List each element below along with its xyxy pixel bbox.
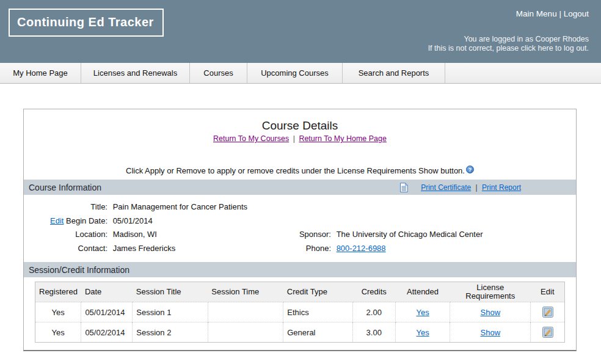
logout-link[interactable]: Logout: [564, 9, 589, 18]
instruction-text: Click Apply or Remove to apply or remove…: [126, 166, 465, 175]
contact-value: James Fredericks: [113, 244, 176, 253]
app-logo: Continuing Ed Tracker: [9, 9, 164, 37]
phone-label: Phone:: [268, 242, 331, 256]
location-label: Location:: [24, 228, 107, 242]
sponsor-label: Sponsor:: [268, 228, 331, 242]
session-time-cell: [208, 322, 283, 343]
registered-cell: Yes: [35, 322, 81, 343]
edit-session-icon[interactable]: [542, 307, 553, 318]
phone-number-link[interactable]: 800-212-6988: [337, 244, 386, 253]
logout-hint-prefix: If this is not correct, please click: [428, 44, 536, 53]
begin-date-label: Begin Date:: [66, 216, 107, 225]
credit-type-cell: General: [283, 322, 353, 343]
course-information-fields: Title: Pain Management for Cancer Patien…: [24, 195, 576, 258]
session-title-cell: Session 2: [133, 322, 208, 343]
nav-tab-courses[interactable]: Courses: [190, 63, 247, 83]
app-logo-text: Continuing Ed Tracker: [17, 15, 154, 29]
app-header: Continuing Ed Tracker Main Menu | Logout…: [0, 0, 601, 63]
session-table-wrap: Registered Date Session Title Session Ti…: [35, 282, 565, 343]
session-table-header-row: Registered Date Session Title Session Ti…: [35, 282, 565, 302]
date-cell: 05/01/2014: [81, 302, 133, 322]
main-nav: My Home Page Licenses and Renewals Cours…: [0, 63, 601, 84]
page-title: Course Details: [24, 119, 576, 133]
title-field-row: Title: Pain Management for Cancer Patien…: [24, 200, 576, 214]
logged-in-as-text: You are logged in as Cooper Rhodes: [428, 35, 589, 44]
session-time-cell: [208, 302, 283, 322]
nav-tab-upcoming-courses[interactable]: Upcoming Courses: [247, 63, 343, 83]
column-header-attended: Attended: [395, 282, 450, 302]
title-value: Pain Management for Cancer Patients: [113, 202, 247, 211]
header-top-links: Main Menu | Logout: [516, 9, 589, 18]
return-to-my-courses-link[interactable]: Return To My Courses: [213, 134, 289, 143]
attended-yes-link[interactable]: Yes: [416, 308, 429, 317]
begin-date-field-row: Edit Begin Date: 05/01/2014: [24, 214, 576, 228]
print-links: Print Certificate | Print Report: [421, 183, 521, 192]
attended-yes-link[interactable]: Yes: [416, 328, 429, 337]
login-info: You are logged in as Cooper Rhodes If th…: [428, 35, 589, 53]
edit-session-icon[interactable]: [542, 327, 553, 338]
phone-field: Phone: 800-212-6988: [268, 242, 386, 256]
course-information-section-bar: Course Information Print Certificate | P…: [24, 180, 576, 195]
logout-here-link[interactable]: here: [538, 44, 553, 53]
date-cell: 05/02/2014: [81, 322, 133, 343]
print-links-separator: |: [476, 183, 478, 192]
document-icon[interactable]: [399, 183, 409, 192]
session-row-1: Yes 05/01/2014 Session 1 Ethics 2.00 Yes…: [35, 302, 565, 322]
sponsor-field: Sponsor: The University of Chicago Medic…: [268, 228, 483, 242]
location-field-row: Location: Madison, WI Sponsor: The Unive…: [24, 228, 576, 242]
credits-cell: 3.00: [352, 322, 395, 343]
return-links: Return To My Courses | Return To My Home…: [24, 134, 576, 143]
license-requirements-show-link[interactable]: Show: [481, 308, 501, 317]
column-header-session-title: Session Title: [133, 282, 208, 302]
main-menu-link[interactable]: Main Menu: [516, 9, 557, 18]
contact-field-row: Contact: James Fredericks Phone: 800-212…: [24, 242, 576, 256]
column-header-session-time: Session Time: [208, 282, 283, 302]
edit-begin-date-link[interactable]: Edit: [50, 216, 64, 225]
column-header-credit-type: Credit Type: [283, 282, 353, 302]
nav-tab-search-and-reports[interactable]: Search and Reports: [343, 63, 445, 83]
column-header-credits: Credits: [352, 282, 395, 302]
logout-hint-suffix: to log out.: [555, 44, 589, 53]
begin-date-label-group: Edit Begin Date:: [24, 214, 107, 228]
content-panel: Course Details Return To My Courses | Re…: [23, 109, 577, 351]
header-links-separator: |: [559, 9, 561, 18]
help-icon[interactable]: ?: [466, 166, 474, 173]
nav-tab-licenses-and-renewals[interactable]: Licenses and Renewals: [81, 63, 190, 83]
column-header-edit: Edit: [531, 282, 565, 302]
session-row-2: Yes 05/02/2014 Session 2 General 3.00 Ye…: [35, 322, 565, 343]
begin-date-value: 05/01/2014: [113, 216, 153, 225]
return-to-my-home-page-link[interactable]: Return To My Home Page: [299, 134, 387, 143]
session-credit-section-bar: Session/Credit Information: [24, 262, 576, 277]
session-table: Registered Date Session Title Session Ti…: [35, 282, 565, 343]
course-information-bar-actions: Print Certificate | Print Report: [399, 183, 576, 192]
location-value: Madison, WI: [113, 230, 157, 239]
column-header-registered: Registered: [35, 282, 81, 302]
column-header-license-requirements: License Requirements: [450, 282, 531, 302]
registered-cell: Yes: [35, 302, 81, 322]
return-links-separator: |: [293, 134, 295, 143]
logout-hint-line: If this is not correct, please click her…: [428, 44, 589, 53]
nav-tab-my-home-page[interactable]: My Home Page: [0, 63, 81, 83]
session-credit-title: Session/Credit Information: [29, 265, 129, 275]
sponsor-value: The University of Chicago Medical Center: [337, 230, 483, 239]
instruction-row: Click Apply or Remove to apply or remove…: [24, 166, 576, 175]
title-label: Title:: [24, 200, 107, 214]
print-report-link[interactable]: Print Report: [482, 183, 521, 192]
column-header-date: Date: [81, 282, 133, 302]
print-certificate-link[interactable]: Print Certificate: [421, 183, 471, 192]
session-title-cell: Session 1: [133, 302, 208, 322]
credit-type-cell: Ethics: [283, 302, 353, 322]
license-requirements-show-link[interactable]: Show: [481, 328, 501, 337]
contact-label: Contact:: [24, 242, 107, 256]
course-information-title: Course Information: [29, 183, 101, 192]
credits-cell: 2.00: [352, 302, 395, 322]
